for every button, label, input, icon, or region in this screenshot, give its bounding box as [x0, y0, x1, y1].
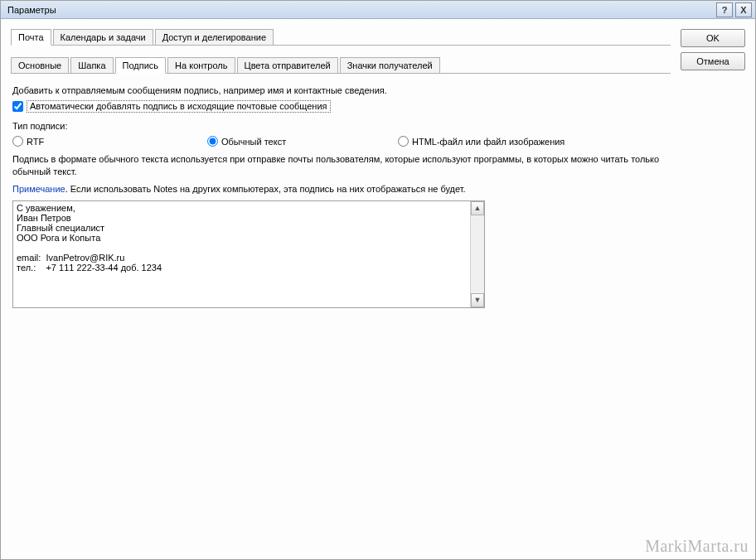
subtab-control[interactable]: На контроль — [167, 57, 235, 74]
signature-textarea-wrap: С уважением, Иван Петров Главный специал… — [12, 200, 485, 308]
sub-tabs: Основные Шапка Подпись На контроль Цвета… — [11, 56, 671, 74]
titlebar: Параметры ? X — [1, 1, 755, 19]
tab-calendar[interactable]: Календарь и задачи — [53, 29, 153, 46]
intro-text: Добавить к отправляемым сообщениям подпи… — [12, 85, 669, 95]
close-button[interactable]: X — [735, 2, 752, 17]
scroll-track[interactable] — [471, 215, 484, 293]
subtab-header[interactable]: Шапка — [70, 57, 113, 74]
plain-text-description: Подпись в формате обычного текста исполь… — [12, 153, 669, 178]
dialog-buttons: OK Отмена — [681, 29, 745, 75]
content-area: OK Отмена Почта Календарь и задачи Досту… — [1, 19, 755, 559]
textarea-scrollbar[interactable]: ▲ ▼ — [470, 201, 484, 307]
subtab-signature[interactable]: Подпись — [115, 57, 167, 74]
settings-window: Параметры ? X OK Отмена Почта Календарь … — [0, 0, 756, 560]
note-line: Примечание. Если использовать Notes на д… — [12, 183, 669, 196]
note-text: . Если использовать Notes на других комп… — [65, 184, 466, 194]
radio-html[interactable] — [398, 136, 409, 147]
radio-plain-label: Обычный текст — [221, 137, 286, 147]
window-title: Параметры — [4, 5, 714, 15]
tab-access[interactable]: Доступ и делегирование — [155, 29, 274, 46]
signature-textarea[interactable]: С уважением, Иван Петров Главный специал… — [13, 201, 470, 307]
tab-mail[interactable]: Почта — [11, 29, 51, 46]
cancel-button[interactable]: Отмена — [681, 52, 745, 70]
note-label: Примечание — [12, 184, 65, 194]
watermark: MarkiMarta.ru — [645, 537, 749, 556]
main-tabs: Почта Календарь и задачи Доступ и делеги… — [11, 27, 671, 46]
subtab-icons[interactable]: Значки получателей — [340, 57, 440, 74]
subtab-basic[interactable]: Основные — [11, 57, 69, 74]
auto-signature-checkbox[interactable] — [12, 101, 23, 112]
signature-type-label: Тип подписи: — [12, 121, 669, 131]
ok-button[interactable]: OK — [681, 29, 745, 47]
help-button[interactable]: ? — [716, 2, 733, 17]
signature-pane: Добавить к отправляемым сообщениям подпи… — [11, 74, 671, 315]
auto-signature-row: Автоматически добавлять подпись в исходя… — [12, 100, 669, 113]
subtab-colors[interactable]: Цвета отправителей — [237, 57, 338, 74]
scroll-down-icon[interactable]: ▼ — [471, 293, 484, 307]
scroll-up-icon[interactable]: ▲ — [471, 201, 484, 215]
radio-rtf[interactable] — [12, 136, 23, 147]
auto-signature-label: Автоматически добавлять подпись в исходя… — [27, 100, 331, 113]
radio-html-label: HTML-файл или файл изображения — [412, 137, 565, 147]
radio-rtf-label: RTF — [27, 137, 44, 147]
radio-plain[interactable] — [207, 136, 218, 147]
signature-type-radios: RTF Обычный текст HTML-файл или файл изо… — [12, 136, 669, 147]
